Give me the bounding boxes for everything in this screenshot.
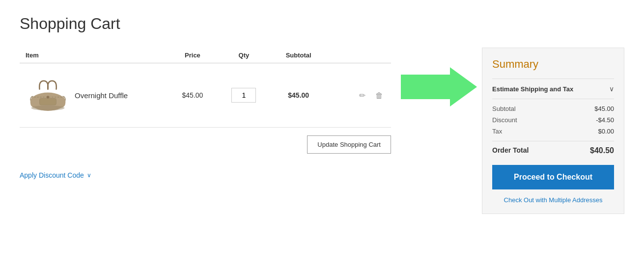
product-qty-cell xyxy=(217,63,271,128)
summary-title: Summary xyxy=(492,58,614,71)
subtotal-label: Subtotal xyxy=(492,105,516,112)
product-price: $45.00 xyxy=(168,63,217,128)
annotation-arrow xyxy=(401,67,477,107)
arrow-body xyxy=(401,75,450,99)
col-header-price: Price xyxy=(168,48,217,63)
delete-button[interactable]: 🗑 xyxy=(373,89,385,102)
svg-rect-3 xyxy=(39,98,56,105)
multiple-address-link[interactable]: Check Out with Multiple Addresses xyxy=(492,196,614,204)
cart-actions: Update Shopping Cart xyxy=(20,135,391,161)
page-container: Shopping Cart Item Price Qty Subtotal xyxy=(0,0,644,234)
edit-button[interactable]: ✏ xyxy=(357,89,367,102)
apply-discount-button[interactable]: Apply Discount Code xyxy=(20,171,84,179)
proceed-checkout-button[interactable]: Proceed to Checkout xyxy=(492,165,614,189)
update-cart-button[interactable]: Update Shopping Cart xyxy=(307,135,391,154)
col-header-qty: Qty xyxy=(217,48,271,63)
svg-point-2 xyxy=(31,106,64,110)
main-layout: Item Price Qty Subtotal xyxy=(20,48,624,214)
summary-panel: Summary Estimate Shipping and Tax ∨ Subt… xyxy=(482,48,624,214)
table-row: Overnight Duffle $45.00 $45.00 ✏ xyxy=(20,63,391,128)
order-total-value: $40.50 xyxy=(590,146,614,155)
col-header-item: Item xyxy=(20,48,168,63)
cart-section: Item Price Qty Subtotal xyxy=(20,48,391,179)
order-total-row: Order Total $40.50 xyxy=(492,146,614,155)
col-header-subtotal: Subtotal xyxy=(271,48,326,63)
product-subtotal: $45.00 xyxy=(271,63,326,128)
tax-value: $0.00 xyxy=(598,128,614,135)
summary-rows: Subtotal $45.00 Discount -$4.50 Tax $0.0… xyxy=(492,105,614,135)
discount-label: Discount xyxy=(492,116,517,124)
delete-icon: 🗑 xyxy=(375,91,383,100)
subtotal-value: $45.00 xyxy=(594,105,614,112)
product-cell: Overnight Duffle xyxy=(20,63,168,128)
order-total-label: Order Total xyxy=(492,146,529,155)
cart-table-header: Item Price Qty Subtotal xyxy=(20,48,391,63)
qty-input[interactable] xyxy=(231,88,256,103)
tax-row: Tax $0.00 xyxy=(492,128,614,135)
edit-icon: ✏ xyxy=(359,91,365,100)
product-image xyxy=(26,73,70,117)
discount-value: -$4.50 xyxy=(596,116,614,124)
summary-divider xyxy=(492,141,614,141)
shipping-chevron-icon: ∨ xyxy=(609,85,614,93)
estimate-shipping-row[interactable]: Estimate Shipping and Tax ∨ xyxy=(492,79,614,99)
estimate-shipping-label: Estimate Shipping and Tax xyxy=(492,85,573,93)
tax-label: Tax xyxy=(492,128,502,135)
product-name: Overnight Duffle xyxy=(70,91,128,100)
discount-chevron-icon: ∨ xyxy=(87,172,91,179)
page-title: Shopping Cart xyxy=(20,15,624,33)
arrow-head xyxy=(450,67,477,107)
col-header-actions xyxy=(326,48,391,63)
discount-row: Discount -$4.50 xyxy=(492,116,614,124)
discount-section: Apply Discount Code ∨ xyxy=(20,171,391,179)
product-image-svg xyxy=(27,76,69,115)
subtotal-row: Subtotal $45.00 xyxy=(492,105,614,112)
product-actions: ✏ 🗑 xyxy=(326,63,391,128)
cart-table: Item Price Qty Subtotal xyxy=(20,48,391,128)
cart-table-body: Overnight Duffle $45.00 $45.00 ✏ xyxy=(20,63,391,128)
svg-point-5 xyxy=(46,96,49,98)
